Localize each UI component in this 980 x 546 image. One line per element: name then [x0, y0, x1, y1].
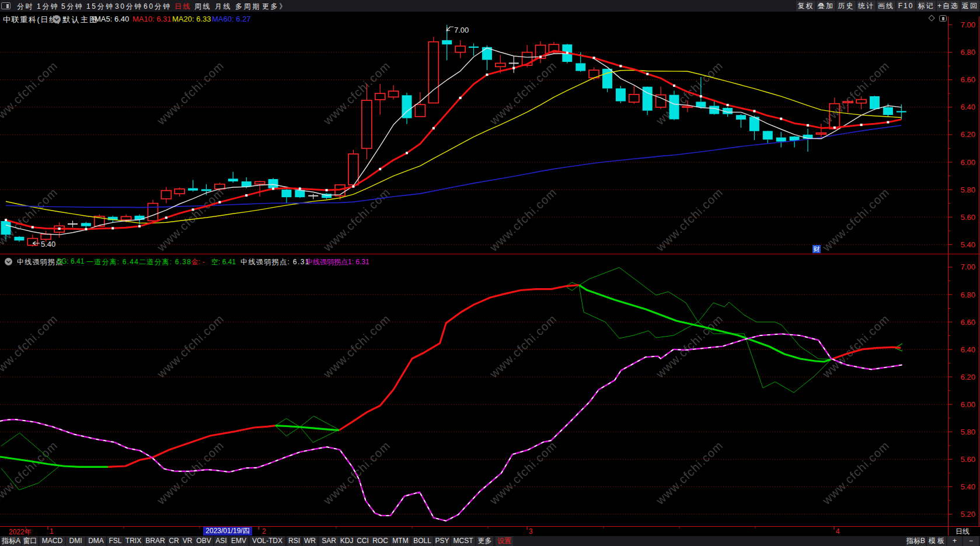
- svg-text:6.80: 6.80: [961, 290, 975, 299]
- svg-text:www.cfchi.com: www.cfchi.com: [154, 312, 226, 381]
- svg-text:www.cfchi.com: www.cfchi.com: [154, 439, 226, 508]
- svg-text:www.cfchi.com: www.cfchi.com: [819, 186, 892, 254]
- svg-text:7.00: 7.00: [454, 26, 469, 34]
- svg-text:www.cfchi.com: www.cfchi.com: [487, 59, 559, 128]
- svg-text:6.00: 6.00: [961, 158, 975, 167]
- svg-text:www.cfchi.com: www.cfchi.com: [320, 312, 393, 381]
- svg-text:7.00: 7.00: [961, 20, 975, 29]
- svg-text:6.60: 6.60: [961, 75, 975, 84]
- svg-text:5.80: 5.80: [961, 428, 975, 436]
- svg-text:www.cfchi.com: www.cfchi.com: [653, 186, 726, 254]
- svg-text:www.cfchi.com: www.cfchi.com: [0, 312, 60, 381]
- svg-text:5.40: 5.40: [961, 482, 975, 491]
- svg-text:www.cfchi.com: www.cfchi.com: [487, 439, 559, 508]
- svg-text:6.20: 6.20: [961, 373, 975, 382]
- svg-text:7.00: 7.00: [961, 262, 975, 271]
- svg-text:6.60: 6.60: [961, 318, 975, 327]
- svg-text:www.cfchi.com: www.cfchi.com: [819, 439, 892, 508]
- svg-text:6.40: 6.40: [961, 103, 975, 111]
- svg-text:6.40: 6.40: [961, 345, 975, 354]
- svg-text:5.60: 5.60: [961, 455, 975, 464]
- svg-text:6.20: 6.20: [961, 130, 975, 139]
- svg-text:www.cfchi.com: www.cfchi.com: [819, 59, 892, 128]
- svg-text:5.20: 5.20: [961, 510, 975, 519]
- svg-text:www.cfchi.com: www.cfchi.com: [653, 312, 726, 381]
- svg-text:www.cfchi.com: www.cfchi.com: [487, 186, 559, 254]
- svg-text:www.cfchi.com: www.cfchi.com: [320, 439, 393, 508]
- svg-text:www.cfchi.com: www.cfchi.com: [0, 59, 60, 128]
- svg-text:www.cfchi.com: www.cfchi.com: [653, 439, 726, 508]
- svg-text:www.cfchi.com: www.cfchi.com: [154, 59, 226, 128]
- svg-text:www.cfchi.com: www.cfchi.com: [819, 312, 892, 381]
- svg-text:5.80: 5.80: [961, 186, 975, 194]
- svg-text:www.cfchi.com: www.cfchi.com: [487, 312, 559, 381]
- svg-text:5.40: 5.40: [961, 240, 975, 249]
- svg-text:5.40: 5.40: [41, 240, 55, 249]
- svg-text:5.60: 5.60: [961, 213, 975, 222]
- svg-text:6.80: 6.80: [961, 48, 975, 57]
- svg-text:6.00: 6.00: [961, 400, 975, 409]
